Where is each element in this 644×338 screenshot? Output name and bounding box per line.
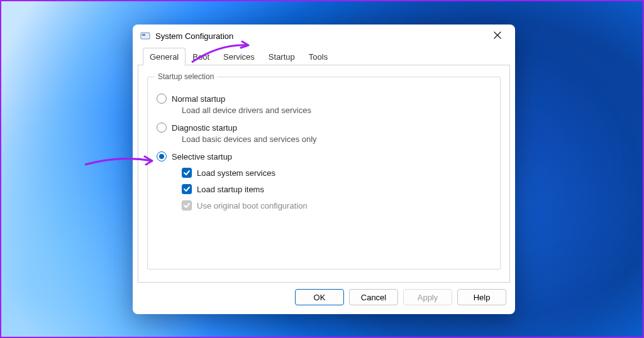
- groupbox-legend: Startup selection: [155, 72, 217, 81]
- system-configuration-dialog: System Configuration General Boot Servic…: [133, 25, 515, 314]
- radio-selective-startup[interactable]: Selective startup: [157, 151, 491, 161]
- startup-selection-group: Startup selection Normal startup Load al…: [147, 72, 501, 270]
- radio-icon: [157, 94, 167, 104]
- tab-panel-general: Startup selection Normal startup Load al…: [138, 65, 510, 283]
- tab-label: Startup: [269, 52, 295, 62]
- tab-bar: General Boot Services Startup Tools: [138, 48, 510, 65]
- dialog-button-bar: OK Cancel Apply Help: [133, 283, 515, 314]
- tab-general[interactable]: General: [143, 48, 186, 65]
- checkbox-icon: [182, 200, 192, 210]
- tab-boot[interactable]: Boot: [186, 48, 216, 65]
- tab-tools[interactable]: Tools: [302, 48, 335, 65]
- radio-icon: [157, 123, 167, 133]
- checkbox-use-original-boot-config: Use original boot configuration: [182, 200, 491, 210]
- close-button[interactable]: [485, 27, 510, 45]
- help-button[interactable]: Help: [457, 289, 506, 305]
- close-icon: [494, 31, 501, 40]
- checkbox-label: Load startup items: [197, 185, 264, 194]
- tab-label: Tools: [309, 52, 328, 62]
- app-icon: [140, 31, 150, 41]
- checkbox-label: Load system services: [197, 168, 275, 178]
- apply-button: Apply: [403, 289, 452, 305]
- tab-label: General: [150, 52, 179, 62]
- button-label: Cancel: [361, 293, 386, 302]
- button-label: Help: [474, 293, 491, 302]
- tab-label: Services: [223, 52, 255, 62]
- checkbox-load-startup-items[interactable]: Load startup items: [182, 184, 491, 194]
- tab-startup[interactable]: Startup: [262, 48, 302, 65]
- svg-rect-1: [142, 34, 145, 36]
- tab-label: Boot: [192, 52, 209, 62]
- button-label: Apply: [418, 293, 438, 302]
- tab-services[interactable]: Services: [216, 48, 262, 65]
- radio-icon: [157, 151, 167, 161]
- checkbox-label: Use original boot configuration: [197, 201, 308, 210]
- checkbox-load-system-services[interactable]: Load system services: [182, 168, 491, 178]
- radio-desc-normal: Load all device drivers and services: [182, 106, 491, 115]
- radio-label: Selective startup: [172, 152, 232, 161]
- radio-normal-startup[interactable]: Normal startup: [157, 94, 491, 104]
- radio-diagnostic-startup[interactable]: Diagnostic startup: [157, 123, 491, 133]
- titlebar: System Configuration: [133, 25, 515, 47]
- button-label: OK: [314, 293, 326, 302]
- checkbox-icon: [182, 184, 192, 194]
- radio-label: Normal startup: [172, 94, 225, 104]
- radio-desc-diagnostic: Load basic devices and services only: [182, 134, 491, 144]
- radio-label: Diagnostic startup: [172, 123, 237, 133]
- ok-button[interactable]: OK: [295, 289, 344, 305]
- window-title: System Configuration: [155, 31, 233, 41]
- cancel-button[interactable]: Cancel: [349, 289, 398, 305]
- checkbox-icon: [182, 168, 192, 178]
